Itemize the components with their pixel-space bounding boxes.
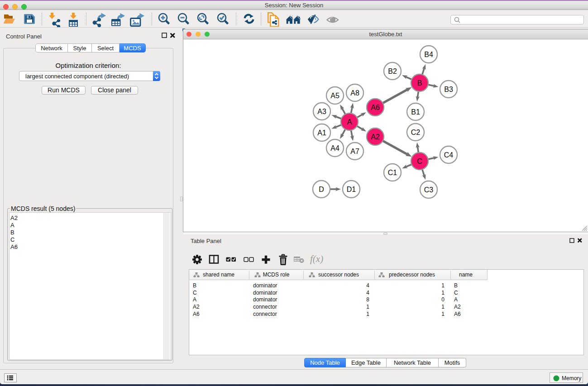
svg-text:C2: C2 bbox=[411, 129, 421, 136]
svg-text:C3: C3 bbox=[424, 186, 434, 194]
svg-text:B2: B2 bbox=[388, 67, 397, 75]
svg-text:A1: A1 bbox=[317, 129, 326, 137]
svg-text:C4: C4 bbox=[444, 151, 454, 159]
svg-text:A7: A7 bbox=[350, 148, 359, 155]
svg-text:A2: A2 bbox=[371, 133, 380, 141]
svg-text:A3: A3 bbox=[317, 108, 326, 115]
svg-text:A4: A4 bbox=[330, 144, 339, 152]
svg-text:A: A bbox=[347, 118, 352, 126]
svg-text:D: D bbox=[319, 186, 324, 193]
svg-text:B1: B1 bbox=[411, 108, 420, 116]
svg-text:C: C bbox=[417, 157, 422, 165]
svg-text:B3: B3 bbox=[444, 86, 453, 93]
svg-text:A8: A8 bbox=[350, 89, 359, 97]
svg-text:A5: A5 bbox=[330, 92, 339, 100]
svg-text:B4: B4 bbox=[424, 51, 433, 58]
svg-text:C1: C1 bbox=[388, 169, 397, 176]
svg-text:A6: A6 bbox=[371, 104, 380, 111]
svg-text:D1: D1 bbox=[347, 186, 356, 193]
svg-text:B: B bbox=[417, 79, 422, 87]
